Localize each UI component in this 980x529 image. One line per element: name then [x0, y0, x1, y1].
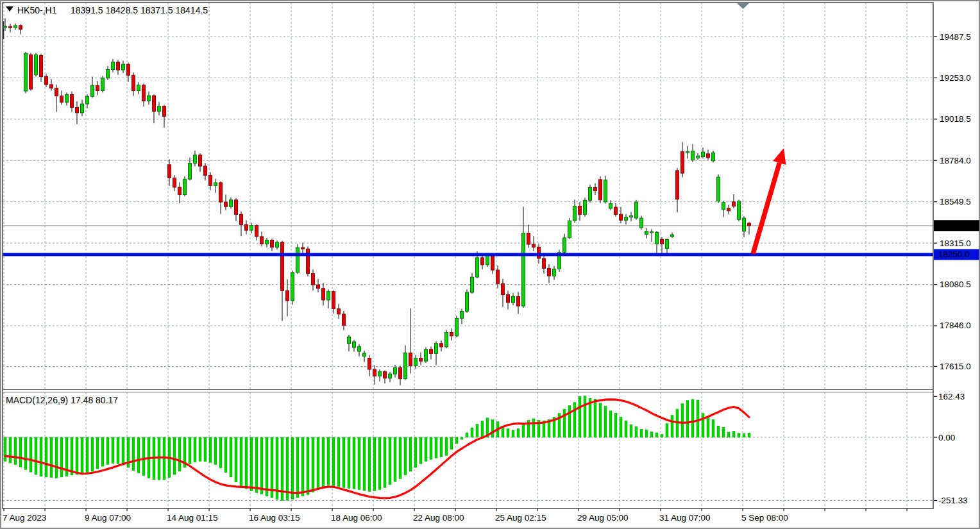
mt4-chart-window: 19487.519253.019018.518784.018549.518315…	[0, 0, 980, 529]
time-axis[interactable]	[3, 509, 933, 525]
chart-svg: 19487.519253.019018.518784.018549.518315…	[0, 0, 980, 529]
chart-canvas[interactable]	[3, 3, 933, 389]
price-axis[interactable]	[934, 3, 979, 508]
macd-panel[interactable]	[3, 392, 933, 507]
